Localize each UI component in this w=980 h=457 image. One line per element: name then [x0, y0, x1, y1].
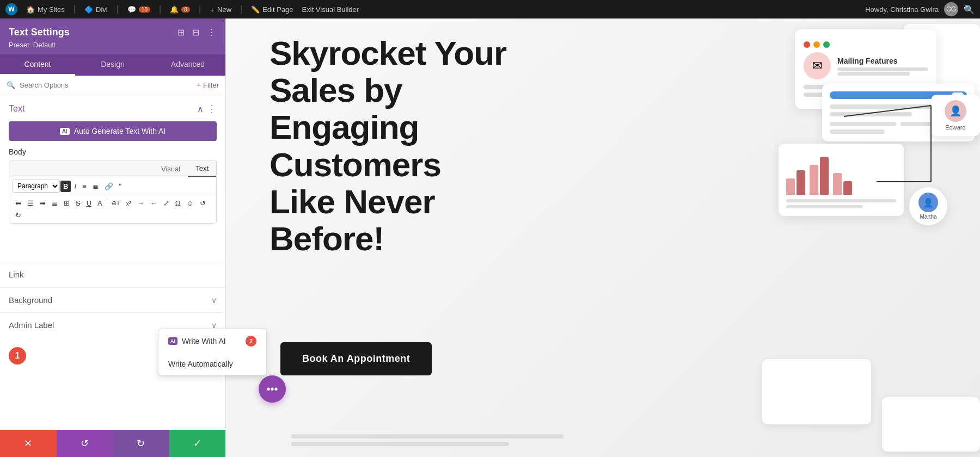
chart-label-1 — [786, 199, 896, 202]
step-indicator-2: 2 — [246, 336, 256, 347]
top-nav-right: Howdy, Christina Gwira CG 🔍 — [865, 2, 975, 16]
ordered-list-button[interactable]: ≣ — [90, 181, 101, 192]
avatar[interactable]: CG — [944, 2, 958, 16]
panel-header: Text Settings ⊞ ⊟ ⋮ Preset: Default — [0, 18, 225, 54]
maximize-icon[interactable]: ⊞ — [176, 26, 186, 39]
book-appointment-button[interactable]: Book An Appointment — [280, 342, 432, 375]
bar-3 — [810, 165, 818, 195]
edit-page-menu[interactable]: ✏️ Edit Page — [251, 5, 293, 14]
ai-badge: AI — [60, 128, 70, 135]
panel-content: Text ∧ ⋮ AI Auto Generate Text With AI B… — [0, 95, 225, 430]
paragraph-select[interactable]: Paragraph — [13, 180, 60, 193]
outdent-button[interactable]: ← — [148, 197, 160, 209]
blockquote-button[interactable]: " — [117, 181, 125, 192]
my-sites-menu[interactable]: 🏠 My Sites — [26, 5, 65, 14]
background-section: Background ∨ — [0, 287, 225, 312]
chart-label-2 — [786, 205, 863, 208]
superscript-button[interactable]: x² — [123, 199, 133, 208]
ai-generate-button[interactable]: AI Auto Generate Text With AI — [9, 121, 217, 141]
top-navigation: W 🏠 My Sites | 🔷 Divi | 💬 10 | 🔔 0 | + N… — [0, 0, 980, 18]
indent-button[interactable]: → — [134, 197, 147, 209]
bold-button[interactable]: B — [60, 181, 71, 192]
unordered-list-button[interactable]: ≡ — [79, 181, 89, 192]
new-content-menu[interactable]: + New — [210, 5, 231, 14]
panel-title: Text Settings — [9, 27, 70, 38]
tab-design[interactable]: Design — [75, 54, 150, 76]
content-line-2 — [837, 72, 910, 76]
comments-menu[interactable]: 💬 10 — [127, 5, 150, 14]
underline-button[interactable]: U — [84, 197, 94, 209]
redo-button[interactable]: ↻ — [113, 430, 169, 457]
mail-card-info: Mailing Features — [837, 57, 928, 76]
write-with-ai-item[interactable]: AI Write With AI 2 — [158, 329, 266, 353]
section-collapse-button[interactable]: ∧ — [197, 104, 204, 114]
section-menu-button[interactable]: ⋮ — [207, 103, 217, 115]
separator: | — [199, 4, 201, 14]
exit-builder-menu[interactable]: Exit Visual Builder — [302, 5, 359, 14]
undo-editor-button[interactable]: ↺ — [197, 197, 209, 209]
italic-button[interactable]: I — [71, 181, 79, 192]
divi-menu[interactable]: 🔷 Divi — [84, 5, 108, 14]
visual-tab[interactable]: Visual — [154, 161, 188, 177]
floating-menu-button[interactable]: ••• — [259, 375, 286, 403]
align-justify-button[interactable]: ≣ — [49, 197, 60, 209]
text-tab[interactable]: Text — [188, 161, 216, 177]
content-area: Skyrocket Your Sales by Engaging Custome… — [226, 18, 980, 457]
separator: | — [117, 4, 119, 14]
undo-button[interactable]: ↺ — [57, 430, 113, 457]
filter-button[interactable]: + Filter — [197, 81, 219, 89]
section-actions: ∧ ⋮ — [197, 103, 217, 115]
admin-label-title: Admin Label — [9, 320, 54, 330]
editor-content-area — [0, 224, 225, 262]
pencil-icon: ✏️ — [251, 5, 260, 14]
content-strip-2 — [291, 442, 509, 446]
save-button[interactable]: ✓ — [169, 430, 226, 457]
wordpress-icon[interactable]: W — [5, 3, 17, 15]
search-options-input[interactable] — [20, 81, 193, 89]
paste-text-button[interactable]: ⊕T — [109, 198, 123, 208]
emoji-button[interactable]: ☺ — [183, 197, 196, 209]
divi-icon: 🔷 — [84, 5, 93, 14]
search-icon[interactable]: 🔍 — [964, 4, 975, 15]
cancel-button[interactable]: ✕ — [0, 430, 57, 457]
mail-icon: ✉ — [812, 59, 822, 73]
expand-editor-button[interactable]: ⤢ — [161, 197, 172, 209]
plus-icon: + — [197, 81, 201, 89]
align-center-button[interactable]: ☰ — [24, 197, 36, 209]
notifications-badge: 0 — [181, 7, 190, 13]
table-button[interactable]: ⊞ — [61, 197, 72, 209]
split-icon[interactable]: ⊟ — [191, 26, 200, 39]
bottom-content-strip — [291, 434, 564, 446]
text-section-header: Text ∧ ⋮ — [0, 95, 225, 119]
content-strip-1 — [291, 434, 564, 439]
strikethrough-button[interactable]: S — [73, 197, 83, 209]
background-section-title: Background — [9, 295, 52, 305]
special-char-button[interactable]: Ω — [173, 197, 183, 209]
maximize-dot — [823, 41, 830, 48]
link-section-title: Link — [9, 270, 24, 279]
bar-6 — [843, 181, 852, 195]
chart-labels — [786, 199, 896, 208]
align-right-button[interactable]: ➡ — [37, 197, 48, 209]
write-automatically-item[interactable]: Write Automatically — [158, 353, 266, 375]
bell-icon: 🔔 — [170, 5, 179, 14]
panel-preset-label: Preset: Default — [9, 41, 217, 49]
bottom-right-card-1 — [762, 359, 871, 424]
notifications-menu[interactable]: 🔔 0 — [170, 5, 190, 14]
search-row: 🔍 + Filter — [0, 76, 225, 95]
background-expand-button[interactable]: ∨ — [211, 296, 217, 305]
tab-advanced[interactable]: Advanced — [150, 54, 225, 76]
bar-group-2 — [810, 157, 829, 195]
plus-icon: + — [210, 5, 215, 14]
more-options-icon[interactable]: ⋮ — [206, 26, 217, 39]
redo-editor-button[interactable]: ↻ — [13, 209, 24, 221]
martha-avatar: 👤 — [918, 193, 938, 212]
align-left-button[interactable]: ⬅ — [13, 197, 24, 209]
link-button[interactable]: 🔗 — [102, 181, 116, 192]
editor-tabs: Visual Text — [9, 161, 216, 177]
panel-tabs: Content Design Advanced — [0, 54, 225, 76]
editor-toolbar: Visual Text Paragraph B I ≡ ≣ 🔗 " — [9, 160, 217, 224]
tab-content[interactable]: Content — [0, 54, 75, 76]
text-color-button[interactable]: A — [95, 197, 105, 209]
home-icon: 🏠 — [26, 5, 35, 14]
